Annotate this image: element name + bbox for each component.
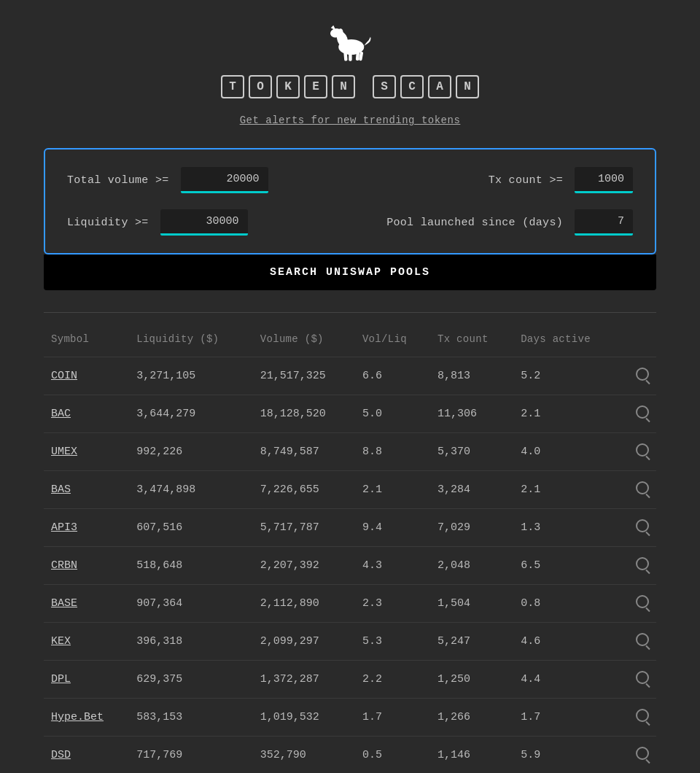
row-search-icon[interactable] bbox=[636, 368, 649, 381]
symbol-cell: Hype.Bet bbox=[44, 699, 129, 737]
col-vol-liq: Vol/Liq bbox=[355, 327, 430, 357]
vol-liq-cell: 9.4 bbox=[355, 509, 430, 547]
symbol-link[interactable]: KEX bbox=[51, 635, 71, 648]
action-cell bbox=[621, 357, 656, 395]
pool-launched-input-wrapper bbox=[575, 209, 633, 236]
row-search-icon[interactable] bbox=[636, 481, 649, 494]
liquidity-underline bbox=[160, 233, 248, 236]
tx-count-input[interactable] bbox=[575, 167, 633, 191]
vol-liq-cell: 0.5 bbox=[355, 737, 430, 774]
table-row: KEX 396,318 2,099,297 5.3 5,247 4.6 bbox=[44, 623, 656, 661]
pool-launched-label: Pool launched since (days) bbox=[386, 217, 563, 229]
tx-count-cell: 3,284 bbox=[430, 471, 513, 509]
action-cell bbox=[621, 737, 656, 774]
col-tx-count: Tx count bbox=[430, 327, 513, 357]
symbol-cell: UMEX bbox=[44, 433, 129, 471]
title-char-n2: N bbox=[456, 75, 479, 98]
action-cell bbox=[621, 623, 656, 661]
vol-liq-cell: 5.0 bbox=[355, 395, 430, 433]
symbol-link[interactable]: DSD bbox=[51, 749, 71, 761]
symbol-cell: DPL bbox=[44, 661, 129, 699]
liquidity-input[interactable] bbox=[160, 209, 248, 233]
row-search-icon[interactable] bbox=[636, 443, 649, 457]
row-search-icon[interactable] bbox=[636, 557, 649, 570]
symbol-cell: KEX bbox=[44, 623, 129, 661]
total-volume-input-wrapper bbox=[181, 167, 268, 193]
tx-count-cell: 5,247 bbox=[430, 623, 513, 661]
col-liquidity: Liquidity ($) bbox=[129, 327, 253, 357]
liquidity-cell: 607,516 bbox=[129, 509, 253, 547]
symbol-link[interactable]: BAS bbox=[51, 483, 71, 496]
table-row: CRBN 518,648 2,207,392 4.3 2,048 6.5 bbox=[44, 547, 656, 585]
symbol-link[interactable]: DPL bbox=[51, 673, 71, 685]
row-search-icon[interactable] bbox=[636, 709, 649, 722]
symbol-link[interactable]: API3 bbox=[51, 521, 77, 534]
svg-rect-6 bbox=[349, 53, 351, 61]
symbol-cell: BAC bbox=[44, 395, 129, 433]
volume-cell: 7,226,655 bbox=[253, 471, 355, 509]
title-char-t: T bbox=[221, 75, 244, 98]
vol-liq-cell: 2.3 bbox=[355, 585, 430, 623]
volume-cell: 5,717,787 bbox=[253, 509, 355, 547]
days-active-cell: 4.6 bbox=[513, 623, 621, 661]
row-search-icon[interactable] bbox=[636, 405, 649, 419]
title-char-c: C bbox=[400, 75, 424, 98]
row-search-icon[interactable] bbox=[636, 519, 649, 532]
action-cell bbox=[621, 509, 656, 547]
days-active-cell: 4.0 bbox=[513, 433, 621, 471]
symbol-link[interactable]: Hype.Bet bbox=[51, 711, 104, 723]
table-row: API3 607,516 5,717,787 9.4 7,029 1.3 bbox=[44, 509, 656, 547]
action-cell bbox=[621, 471, 656, 509]
symbol-link[interactable]: BAC bbox=[51, 408, 71, 420]
symbol-cell: DSD bbox=[44, 737, 129, 774]
vol-liq-cell: 2.1 bbox=[355, 471, 430, 509]
pool-launched-input[interactable] bbox=[575, 209, 633, 233]
vol-liq-cell: 6.6 bbox=[355, 357, 430, 395]
liquidity-cell: 3,474,898 bbox=[129, 471, 253, 509]
symbol-cell: API3 bbox=[44, 509, 129, 547]
title-char-o: O bbox=[249, 75, 272, 98]
liquidity-cell: 717,769 bbox=[129, 737, 253, 774]
volume-cell: 352,790 bbox=[253, 737, 355, 774]
search-button[interactable]: SEARCH UNISWAP POOLS bbox=[44, 255, 656, 290]
table-row: BASE 907,364 2,112,890 2.3 1,504 0.8 bbox=[44, 585, 656, 623]
vol-liq-cell: 5.3 bbox=[355, 623, 430, 661]
vol-liq-cell: 8.8 bbox=[355, 433, 430, 471]
symbol-link[interactable]: COIN bbox=[51, 370, 77, 382]
table-row: COIN 3,271,105 21,517,325 6.6 8,813 5.2 bbox=[44, 357, 656, 395]
liquidity-label: Liquidity >= bbox=[67, 217, 149, 229]
volume-cell: 2,112,890 bbox=[253, 585, 355, 623]
total-volume-input[interactable] bbox=[181, 167, 268, 191]
alerts-link[interactable]: Get alerts for new trending tokens bbox=[240, 114, 461, 126]
row-search-icon[interactable] bbox=[636, 747, 649, 760]
symbol-link[interactable]: UMEX bbox=[51, 446, 77, 458]
tx-count-cell: 7,029 bbox=[430, 509, 513, 547]
row-search-icon[interactable] bbox=[636, 633, 649, 646]
header: T O K E N S C A N Get alerts for new tre… bbox=[44, 22, 656, 126]
vol-liq-cell: 1.7 bbox=[355, 699, 430, 737]
days-active-cell: 0.8 bbox=[513, 585, 621, 623]
days-active-cell: 4.4 bbox=[513, 661, 621, 699]
tx-count-input-wrapper bbox=[575, 167, 633, 193]
tx-count-label: Tx count >= bbox=[489, 174, 563, 187]
volume-cell: 2,099,297 bbox=[253, 623, 355, 661]
vol-liq-cell: 4.3 bbox=[355, 547, 430, 585]
table-header-row: Symbol Liquidity ($) Volume ($) Vol/Liq … bbox=[44, 327, 656, 357]
days-active-cell: 6.5 bbox=[513, 547, 621, 585]
action-cell bbox=[621, 585, 656, 623]
symbol-cell: CRBN bbox=[44, 547, 129, 585]
days-active-cell: 2.1 bbox=[513, 395, 621, 433]
liquidity-cell: 518,648 bbox=[129, 547, 253, 585]
tx-count-cell: 2,048 bbox=[430, 547, 513, 585]
col-days-active: Days active bbox=[513, 327, 621, 357]
symbol-link[interactable]: BASE bbox=[51, 597, 77, 610]
table-row: DSD 717,769 352,790 0.5 1,146 5.9 bbox=[44, 737, 656, 774]
title-char-a: A bbox=[428, 75, 451, 98]
row-search-icon[interactable] bbox=[636, 595, 649, 608]
symbol-link[interactable]: CRBN bbox=[51, 559, 77, 572]
symbol-cell: BAS bbox=[44, 471, 129, 509]
action-cell bbox=[621, 661, 656, 699]
row-search-icon[interactable] bbox=[636, 671, 649, 684]
title-char-n: N bbox=[332, 75, 355, 98]
volume-cell: 2,207,392 bbox=[253, 547, 355, 585]
